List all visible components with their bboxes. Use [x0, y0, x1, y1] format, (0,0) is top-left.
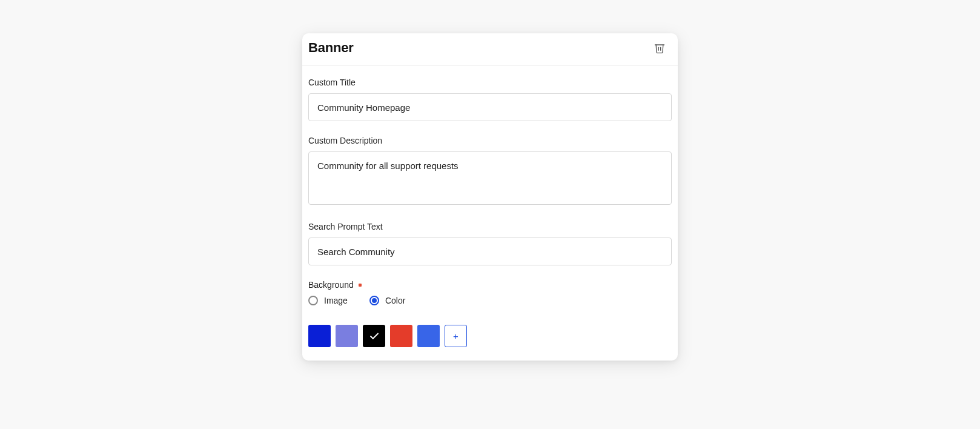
color-swatch-3[interactable] [390, 325, 412, 347]
search-prompt-input[interactable] [308, 238, 672, 265]
trash-icon [654, 42, 666, 54]
card-header: Banner [302, 33, 678, 65]
radio-icon [369, 296, 379, 305]
card-title: Banner [308, 40, 354, 56]
color-swatch-row: + [308, 325, 672, 347]
radio-label-image: Image [324, 296, 348, 305]
background-label-row: Background [308, 280, 672, 290]
check-icon [369, 331, 380, 342]
card-body: Custom Title Custom Description Communit… [302, 65, 678, 361]
search-prompt-field: Search Prompt Text [308, 222, 672, 265]
custom-title-input[interactable] [308, 93, 672, 121]
background-field: Background Image Color [308, 280, 672, 347]
custom-description-field: Custom Description Community for all sup… [308, 136, 672, 207]
color-swatch-2[interactable] [363, 325, 385, 347]
required-indicator [359, 284, 362, 287]
background-radio-image[interactable]: Image [308, 296, 348, 305]
color-swatch-1[interactable] [336, 325, 358, 347]
add-color-button[interactable]: + [445, 325, 467, 347]
background-radio-group: Image Color [308, 296, 672, 305]
color-swatch-0[interactable] [308, 325, 331, 347]
background-label: Background [308, 280, 354, 290]
background-radio-color[interactable]: Color [369, 296, 405, 305]
radio-label-color: Color [385, 296, 405, 305]
custom-description-label: Custom Description [308, 136, 672, 145]
custom-title-label: Custom Title [308, 78, 672, 87]
radio-inner-dot [372, 298, 377, 303]
delete-button[interactable] [651, 39, 668, 56]
search-prompt-label: Search Prompt Text [308, 222, 672, 231]
color-swatch-4[interactable] [417, 325, 440, 347]
radio-icon [308, 296, 318, 305]
custom-title-field: Custom Title [308, 78, 672, 121]
banner-settings-card: Banner Custom Title Custom Description C… [302, 33, 678, 361]
custom-description-input[interactable]: Community for all support requests [308, 151, 672, 205]
